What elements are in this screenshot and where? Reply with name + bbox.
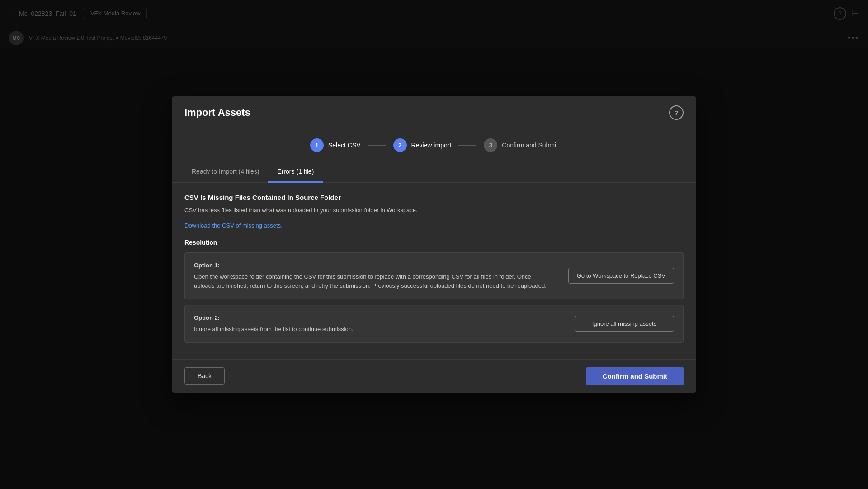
tabs-bar: Ready to Import (4 files) Errors (1 file…	[172, 161, 696, 183]
confirm-submit-button[interactable]: Confirm and Submit	[586, 367, 684, 385]
modal-overlay: Import Assets ? 1 Select CSV 2 Review im…	[0, 0, 868, 489]
step-2-circle: 2	[393, 138, 407, 152]
back-button[interactable]: Back	[184, 367, 225, 385]
go-to-workspace-button[interactable]: Go to Workspace to Replace CSV	[568, 268, 674, 284]
error-description: CSV has less files listed than what was …	[184, 206, 684, 215]
step-1-label: Select CSV	[328, 142, 361, 149]
modal-help-icon[interactable]: ?	[669, 105, 684, 120]
modal-title: Import Assets	[184, 107, 250, 119]
step-3-label: Confirm and Submit	[502, 142, 558, 149]
option-2-label: Option 2:	[194, 313, 354, 323]
step-divider-1	[368, 145, 386, 146]
option-1-label: Option 1:	[194, 261, 547, 271]
import-assets-modal: Import Assets ? 1 Select CSV 2 Review im…	[172, 96, 696, 392]
error-title: CSV Is Missing Files Contained In Source…	[184, 194, 684, 201]
step-2: 2 Review import	[393, 138, 452, 152]
modal-header: Import Assets ?	[172, 96, 696, 129]
step-3-circle: 3	[484, 138, 497, 152]
option-2-body: Ignore all missing assets from the list …	[194, 326, 354, 332]
step-divider-2	[458, 145, 476, 146]
step-1-circle: 1	[310, 138, 324, 152]
stepper: 1 Select CSV 2 Review import 3 Confirm a…	[172, 129, 696, 161]
modal-footer: Back Confirm and Submit	[172, 359, 696, 393]
step-3: 3 Confirm and Submit	[484, 138, 558, 152]
modal-body: CSV Is Missing Files Contained In Source…	[172, 183, 696, 359]
download-csv-link[interactable]: Download the CSV of missing assets.	[184, 222, 283, 229]
option-1-box: Option 1: Open the workspace folder cont…	[184, 252, 684, 299]
ignore-missing-assets-button[interactable]: Ignore all missing assets	[575, 316, 674, 332]
option-1-text: Option 1: Open the workspace folder cont…	[194, 261, 547, 291]
step-1: 1 Select CSV	[310, 138, 361, 152]
tab-ready-to-import[interactable]: Ready to Import (4 files)	[183, 161, 268, 183]
tab-errors[interactable]: Errors (1 file)	[268, 161, 323, 183]
option-1-body: Open the workspace folder containing the…	[194, 273, 547, 290]
step-2-label: Review import	[411, 142, 452, 149]
resolution-title: Resolution	[184, 239, 684, 246]
option-2-box: Option 2: Ignore all missing assets from…	[184, 305, 684, 343]
option-2-text: Option 2: Ignore all missing assets from…	[194, 313, 354, 334]
